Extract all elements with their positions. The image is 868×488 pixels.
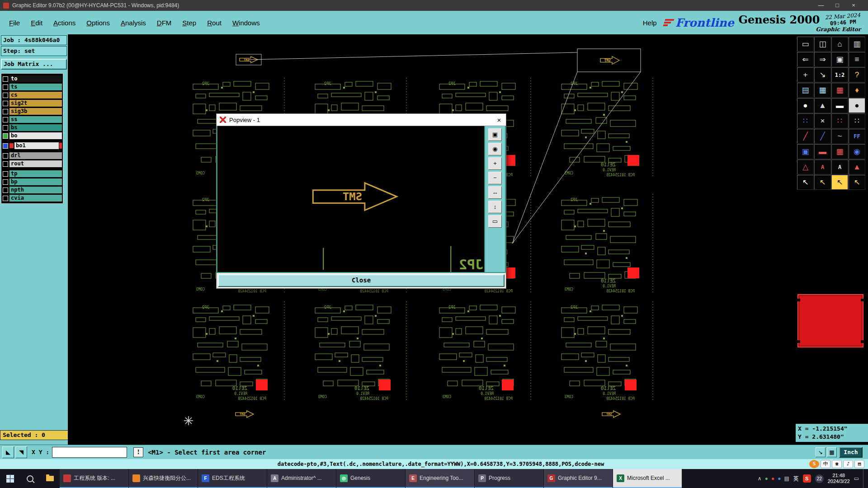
layer-visibility-toggle[interactable]: [3, 179, 8, 185]
popview-tool-icon-2[interactable]: ◉: [488, 143, 502, 155]
menu-rout[interactable]: Rout: [202, 19, 227, 27]
right-tool-icon-4[interactable]: ▥: [849, 37, 865, 52]
popview-close-icon[interactable]: ×: [492, 116, 506, 124]
layer-row-to[interactable]: to: [2, 75, 62, 83]
layer-visibility-toggle[interactable]: [3, 84, 8, 90]
popview-canvas[interactable]: SMTJP2: [217, 126, 484, 272]
right-tool-icon-33[interactable]: △: [797, 160, 814, 174]
ime-toolbar-icon-1[interactable]: S: [809, 460, 819, 468]
taskbar-app-2[interactable]: 兴森快捷衡阳分公...: [129, 469, 198, 488]
right-tool-icon-11[interactable]: 1:2: [831, 67, 848, 82]
language-indicator[interactable]: 英: [793, 475, 799, 483]
layer-row-bo[interactable]: bo: [2, 132, 62, 140]
right-tool-icon-37[interactable]: ↖: [797, 175, 814, 190]
right-tool-icon-18[interactable]: ▲: [814, 98, 831, 113]
tray-icon-4[interactable]: ●: [778, 475, 781, 482]
taskbar-app-6[interactable]: EEngineering Too...: [406, 469, 474, 488]
area-select-tool-icon-1[interactable]: ◣: [2, 446, 14, 458]
right-tool-icon-12[interactable]: ?: [849, 67, 865, 82]
menu-dfm[interactable]: DFM: [151, 19, 177, 27]
ime-toolbar-icon-2[interactable]: 中: [821, 460, 830, 468]
layer-visibility-toggle[interactable]: [3, 143, 8, 149]
layer-row-drl[interactable]: drl: [2, 152, 62, 160]
taskbar-app-4[interactable]: AAdministrator^ ...: [267, 469, 336, 488]
tray-icon-2[interactable]: ●: [765, 475, 768, 482]
layer-row-sig3b[interactable]: sig3b: [2, 108, 62, 115]
right-tool-icon-38[interactable]: ↖: [814, 175, 831, 190]
right-tool-icon-1[interactable]: ▭: [797, 37, 814, 52]
right-tool-icon-30[interactable]: ▬: [814, 144, 831, 159]
popview-tool-icon-7[interactable]: ▭: [488, 215, 502, 228]
xy-input[interactable]: [52, 447, 127, 458]
layer-visibility-toggle[interactable]: [3, 76, 8, 82]
right-tool-icon-28[interactable]: FF: [849, 129, 865, 144]
layer-row-bs[interactable]: bs: [2, 124, 62, 131]
layer-visibility-toggle[interactable]: [3, 101, 8, 106]
right-tool-icon-2[interactable]: ◫: [814, 37, 831, 52]
search-button[interactable]: [20, 469, 40, 488]
right-tool-icon-21[interactable]: ∷: [797, 113, 814, 128]
right-tool-icon-39[interactable]: ↖: [831, 175, 848, 190]
right-tool-icon-22[interactable]: ×: [814, 113, 831, 128]
popview-tool-icon-5[interactable]: ↔: [488, 186, 502, 199]
layer-row-tp[interactable]: tp: [2, 170, 62, 178]
taskbar-app-1[interactable]: 工程系统 版本: ...: [60, 469, 128, 488]
ime-toolbar-icon-3[interactable]: ☎: [832, 460, 842, 468]
taskbar-app-3[interactable]: FEDS工程系统: [198, 469, 267, 488]
popview-tool-icon-1[interactable]: ▣: [488, 128, 502, 141]
menu-edit[interactable]: Edit: [25, 19, 48, 27]
popview-close-button[interactable]: Close: [218, 274, 505, 287]
right-tool-icon-19[interactable]: ▬: [831, 98, 848, 113]
taskbar-app-7[interactable]: PProgress: [475, 469, 543, 488]
layer-row-rout[interactable]: rout: [2, 160, 62, 168]
ime-toolbar-icon-4[interactable]: ♪: [843, 460, 853, 468]
overview-thumbnail[interactable]: [797, 294, 863, 347]
right-tool-icon-24[interactable]: ∷: [849, 113, 865, 128]
layer-visibility-toggle[interactable]: [3, 161, 8, 167]
layer-visibility-toggle[interactable]: [3, 153, 8, 159]
job-matrix-button[interactable]: Job Matrix ...: [1, 59, 67, 70]
right-tool-icon-10[interactable]: ↘: [814, 67, 831, 82]
taskbar-app-9[interactable]: XMicrosoft Excel ...: [613, 469, 682, 488]
right-tool-icon-14[interactable]: ▦: [814, 83, 831, 98]
tray-icon-1[interactable]: ∧: [758, 475, 762, 482]
right-tool-icon-9[interactable]: +: [797, 67, 814, 82]
right-tool-icon-7[interactable]: ▣: [831, 52, 848, 67]
layer-visibility-toggle[interactable]: [3, 125, 8, 131]
right-tool-icon-15[interactable]: ▦: [831, 83, 848, 98]
area-select-tool-icon-2[interactable]: ◥: [15, 446, 27, 458]
layer-row-npth[interactable]: npth: [2, 186, 62, 194]
right-tool-icon-8[interactable]: ≡: [849, 52, 865, 67]
layer-row-ss[interactable]: ss: [2, 116, 62, 123]
close-button[interactable]: ×: [845, 0, 862, 11]
layer-visibility-toggle[interactable]: [3, 109, 8, 114]
popview-titlebar[interactable]: Popview - 1 ×: [217, 114, 506, 126]
right-tool-icon-13[interactable]: ▤: [797, 83, 814, 98]
menu-actions[interactable]: Actions: [48, 19, 81, 27]
clock[interactable]: 21:48 2024/3/22: [828, 473, 850, 484]
layer-row-bo1[interactable]: bo1: [2, 142, 62, 150]
notification-badge[interactable]: 22: [815, 474, 824, 483]
start-button[interactable]: [0, 469, 20, 488]
right-tool-icon-3[interactable]: ⌂: [831, 37, 848, 52]
menu-analysis[interactable]: Analysis: [115, 19, 151, 27]
taskbar-app-8[interactable]: GGraphic Editor 9...: [544, 469, 613, 488]
layer-visibility-toggle[interactable]: [3, 93, 8, 98]
layer-row-bp[interactable]: bp: [2, 178, 62, 186]
right-tool-icon-34[interactable]: A: [814, 160, 831, 174]
menu-file[interactable]: File: [4, 19, 25, 27]
sogou-ime-icon[interactable]: S: [803, 474, 811, 483]
popview-tool-icon-3[interactable]: +: [488, 157, 502, 170]
right-tool-icon-31[interactable]: ▦: [831, 144, 848, 159]
right-tool-icon-27[interactable]: ~: [831, 129, 848, 144]
menu-options[interactable]: Options: [81, 19, 115, 27]
right-tool-icon-23[interactable]: ∷: [831, 113, 848, 128]
right-tool-icon-36[interactable]: ▲: [849, 160, 865, 174]
units-mini-icon-1[interactable]: ↘: [816, 447, 826, 457]
layer-visibility-toggle[interactable]: [3, 117, 8, 122]
menu-help[interactable]: Help: [636, 19, 664, 27]
tray-icon-3[interactable]: ●: [771, 475, 774, 482]
layer-row-cvia[interactable]: cvia: [2, 194, 62, 202]
layer-row-sig2t[interactable]: sig2t: [2, 99, 62, 107]
ime-toolbar-icon-5[interactable]: ▤: [854, 460, 864, 468]
